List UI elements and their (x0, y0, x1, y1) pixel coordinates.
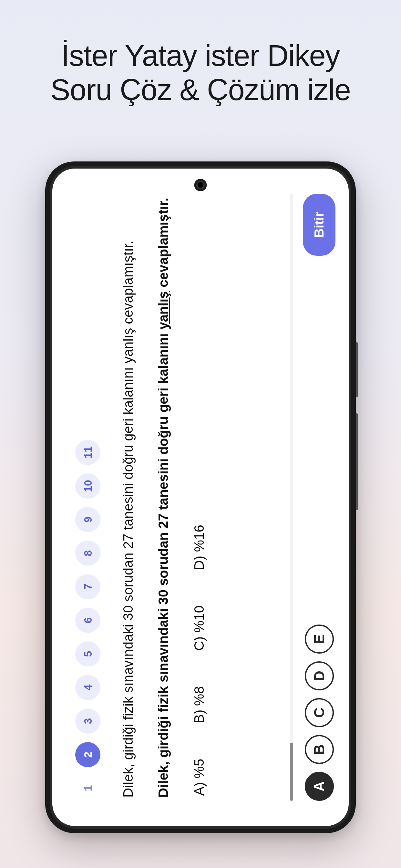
headline-line-2: Soru Çöz & Çözüm izle (0, 73, 401, 107)
question-number-5[interactable]: 5 (75, 641, 100, 666)
answer-options-row: A) %5 B) %8 C) %10 D) %16 (191, 197, 207, 798)
promo-headline: İster Yatay ister Dikey Soru Çöz & Çözüm… (0, 39, 401, 107)
question-number-9[interactable]: 9 (75, 507, 100, 532)
content-scrollbar[interactable] (290, 194, 293, 801)
question-bold-underline: yanlış (156, 291, 171, 330)
question-number-4[interactable]: 4 (75, 675, 100, 700)
scrollbar-thumb[interactable] (290, 743, 293, 801)
question-number-10[interactable]: 10 (75, 473, 100, 499)
choice-a[interactable]: A (305, 772, 334, 801)
question-number-1[interactable]: 1 (75, 776, 100, 801)
choices-container: ABCDE (305, 624, 334, 801)
phone-side-button-2 (356, 413, 358, 510)
answer-option-c[interactable]: C) %10 (191, 606, 207, 651)
question-number-7[interactable]: 7 (75, 574, 100, 599)
choice-row: ABCDE Bitir (303, 194, 335, 801)
phone-frame: 1234567891011 Dilek, girdiği fizik sınav… (45, 161, 356, 833)
answer-option-b[interactable]: B) %8 (191, 686, 207, 723)
phone-side-button-1 (356, 342, 358, 397)
phone-screen: 1234567891011 Dilek, girdiği fizik sınav… (52, 168, 349, 826)
choice-b[interactable]: B (305, 735, 334, 764)
question-number-2[interactable]: 2 (75, 742, 100, 767)
question-area: Dilek, girdiği fizik sınavındaki 30 soru… (112, 194, 290, 801)
choice-e[interactable]: E (305, 624, 334, 654)
choice-c[interactable]: C (305, 698, 334, 727)
choice-d[interactable]: D (305, 661, 334, 690)
question-number-3[interactable]: 3 (75, 709, 100, 734)
question-number-11[interactable]: 11 (75, 440, 100, 465)
question-bold-suffix: cevaplamıştır. (156, 197, 171, 291)
question-number-strip: 1234567891011 (75, 194, 100, 801)
question-number-6[interactable]: 6 (75, 608, 100, 633)
finish-button[interactable]: Bitir (303, 194, 335, 256)
question-text-bold: Dilek, girdiği fizik sınavındaki 30 soru… (154, 197, 174, 798)
headline-line-1: İster Yatay ister Dikey (0, 39, 401, 73)
answer-option-a[interactable]: A) %5 (191, 759, 207, 796)
bottom-bar: ABCDE Bitir (290, 194, 335, 801)
app-content: 1234567891011 Dilek, girdiği fizik sınav… (53, 171, 348, 824)
phone-bezel: 1234567891011 Dilek, girdiği fizik sınav… (50, 166, 351, 829)
question-bold-prefix: Dilek, girdiği fizik sınavındaki 30 soru… (156, 330, 171, 798)
camera-cutout (194, 179, 207, 191)
question-number-8[interactable]: 8 (75, 540, 100, 566)
question-text-normal: Dilek, girdiği fizik sınavındaki 30 soru… (119, 197, 138, 798)
answer-option-d[interactable]: D) %16 (191, 525, 207, 570)
